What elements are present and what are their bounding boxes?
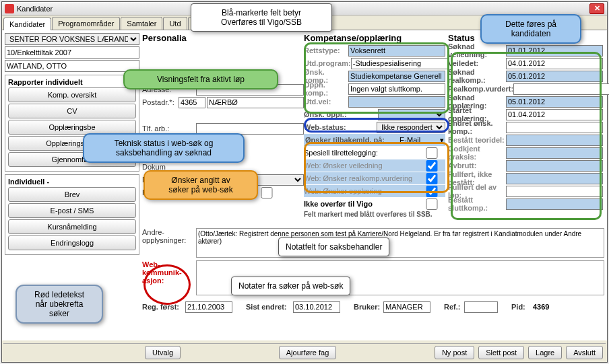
footer: Utvalg Ajourføre fag Ny post Slett post …	[3, 343, 606, 361]
nypost-button[interactable]: Ny post	[435, 346, 474, 359]
callout-dette-fores: Dette føres på kandidaten	[480, 14, 581, 44]
callout-notat2: Notater fra søker på web-søk	[231, 277, 350, 295]
ikkeoverfor-label: Ikke overfør til Vigo	[304, 200, 418, 208]
ajourfore-button[interactable]: Ajourføre fag	[279, 346, 337, 359]
poststed-input[interactable]	[207, 97, 304, 108]
cv-button[interactable]: CV	[8, 104, 136, 118]
postnr-input[interactable]	[179, 97, 205, 108]
senter-select[interactable]: SENTER FOR VOKSNES LÆRAND	[5, 33, 139, 45]
callout-visningsfelt: Visningsfelt fra aktivt løp	[123, 69, 278, 89]
tlf-input[interactable]	[196, 123, 304, 135]
sistendret-label: Sist endret:	[246, 303, 293, 311]
callout-notat1: Notatfelt for saksbehandler	[278, 238, 389, 256]
andre-oppl-text[interactable]: (Otto/Jærtek: Registrert denne personen …	[196, 228, 604, 258]
bruker-label: Bruker:	[354, 303, 383, 311]
tab-programomrader[interactable]: Programområder	[52, 17, 120, 30]
highlight-orange-box	[304, 142, 449, 193]
highlight-red-circle	[143, 264, 191, 305]
callout-onsker: Ønsker angitt av søker på web-søk	[143, 170, 258, 200]
endringslogg-button[interactable]: Endringslogg	[8, 235, 136, 250]
highlight-blue-ellipse	[304, 118, 449, 133]
pid-value: 4369	[533, 303, 549, 311]
tlf-label: Tlf. arb.:	[142, 124, 196, 133]
close-icon[interactable]: ✕	[589, 3, 604, 14]
avslutt-button[interactable]: Avslutt	[566, 346, 603, 359]
brev-button[interactable]: Brev	[8, 187, 136, 202]
pid-label: Pid:	[511, 303, 529, 311]
window-title: Kandidater	[17, 5, 53, 13]
personalia-head: Personalia	[142, 33, 304, 43]
tab-utd[interactable]: Utd	[163, 17, 187, 30]
highlight-green-box-right	[451, 52, 602, 220]
individuell-group: Individuell - Brev E-post / SMS Kursnåme…	[5, 174, 139, 255]
kompetanse-head: Kompetanse/opplæring	[304, 33, 445, 43]
rapporter-title: Rapporter individuelt	[8, 78, 136, 86]
bruker-value[interactable]	[383, 301, 430, 313]
utvalg-button[interactable]: Utvalg	[145, 346, 181, 359]
app-icon	[5, 4, 14, 13]
komp-oversikt-button[interactable]: Komp. oversikt	[8, 87, 136, 102]
highlight-green-box	[304, 42, 449, 114]
ikkeoverfor-check[interactable]	[418, 198, 445, 210]
regforst-value[interactable]	[185, 301, 232, 313]
lagre-button[interactable]: Lagre	[528, 346, 562, 359]
tiltak-input[interactable]	[5, 46, 139, 59]
ref-value[interactable]	[464, 301, 498, 313]
callout-blue-mark: Blå-markerte felt betyr Overføres til Vi…	[191, 3, 332, 32]
postadr-label: Postadr.*:	[142, 98, 179, 106]
callout-teknisk: Teknisk status i web-søk og saksbehandli…	[83, 133, 245, 163]
felt-ssb-text: Felt markert med blått overføres til SSB…	[304, 211, 445, 218]
opplaeringsbevis-button[interactable]: Opplæringsbe	[8, 120, 136, 135]
epost-sms-button[interactable]: E-post / SMS	[8, 203, 136, 218]
ref-label: Ref.:	[444, 303, 464, 311]
sistendret-value[interactable]	[293, 301, 340, 313]
app-window: Kandidater ✕ Kandidater Programområder S…	[1, 1, 608, 363]
name-input[interactable]	[5, 60, 139, 72]
tab-samtaler[interactable]: Samtaler	[121, 17, 162, 30]
individuell-title: Individuell -	[8, 178, 136, 186]
tab-kandidater[interactable]: Kandidater	[3, 17, 51, 30]
slettpost-button[interactable]: Slett post	[478, 346, 524, 359]
kursmelding-button[interactable]: Kursnåmelding	[8, 219, 136, 234]
callout-rod-ledetekst: Rød ledetekst når ubekrefta søker	[15, 285, 103, 324]
andre-oppl-label: Andre- opplysninger:	[142, 228, 196, 244]
